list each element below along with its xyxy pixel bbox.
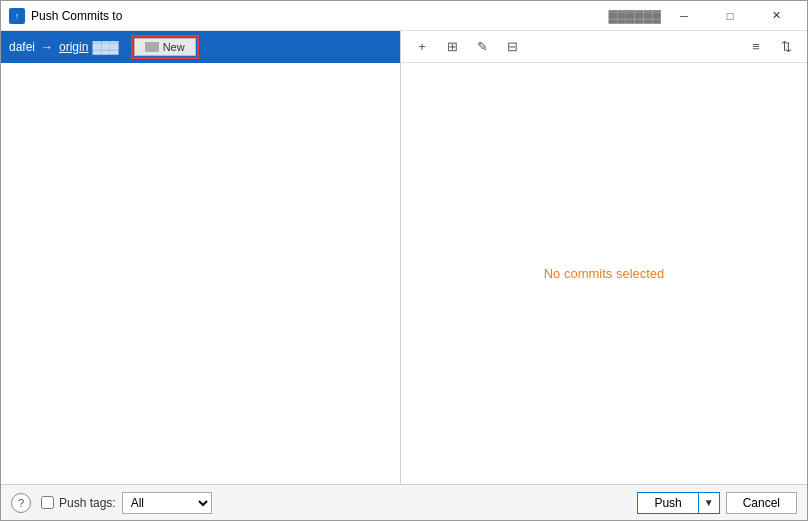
push-dropdown-button[interactable]: ▼	[699, 493, 719, 513]
cancel-button[interactable]: Cancel	[726, 492, 797, 514]
branch-name: dafei	[9, 40, 35, 54]
left-panel: dafei → origin ▓▓▓ New	[1, 31, 401, 484]
sort-button[interactable]: ⇅	[773, 36, 799, 58]
add-button[interactable]: +	[409, 36, 435, 58]
toolbar-left: + ⊞ ✎ ⊟	[409, 36, 525, 58]
grid-button[interactable]: ⊞	[439, 36, 465, 58]
title-bar: ↑ Push Commits to ▓▓▓▓▓▓ ─ □ ✕	[1, 1, 807, 31]
maximize-button[interactable]: □	[707, 1, 753, 31]
push-tags-label: Push tags:	[41, 496, 116, 510]
push-commits-dialog: ↑ Push Commits to ▓▓▓▓▓▓ ─ □ ✕ dafei → o…	[0, 0, 808, 521]
edit-button[interactable]: ✎	[469, 36, 495, 58]
close-button[interactable]: ✕	[753, 1, 799, 31]
push-tags-dropdown[interactable]: All None Annotated	[122, 492, 212, 514]
window-controls: ─ □ ✕	[661, 1, 799, 31]
save-button[interactable]: ⊟	[499, 36, 525, 58]
help-button[interactable]: ?	[11, 493, 31, 513]
right-toolbar: + ⊞ ✎ ⊟ ≡ ⇅	[401, 31, 807, 63]
toolbar-right: ≡ ⇅	[743, 36, 799, 58]
branch-arrow-icon: →	[41, 40, 53, 54]
dialog-title: Push Commits to	[31, 9, 605, 23]
push-tags-checkbox[interactable]	[41, 496, 54, 509]
branch-bar: dafei → origin ▓▓▓ New	[1, 31, 400, 63]
push-button[interactable]: Push	[638, 493, 698, 513]
bottom-bar: ? Push tags: All None Annotated Push ▼ C…	[1, 484, 807, 520]
new-branch-button[interactable]: New	[134, 38, 196, 56]
no-commits-message: No commits selected	[544, 266, 665, 281]
branch-icon	[145, 42, 159, 52]
remote-name[interactable]: origin	[59, 40, 88, 54]
commits-list[interactable]	[1, 63, 400, 484]
right-panel: + ⊞ ✎ ⊟ ≡ ⇅ No commits selected	[401, 31, 807, 484]
filter-button[interactable]: ≡	[743, 36, 769, 58]
app-icon: ↑	[9, 8, 25, 24]
push-button-container: Push ▼	[637, 492, 719, 514]
right-content: No commits selected	[401, 63, 807, 484]
content-area: dafei → origin ▓▓▓ New + ⊞	[1, 31, 807, 484]
new-button-wrapper: New	[131, 35, 199, 59]
minimize-button[interactable]: ─	[661, 1, 707, 31]
bottom-right-buttons: Push ▼ Cancel	[637, 492, 797, 514]
repo-name-in-title: ▓▓▓▓▓▓	[609, 9, 662, 23]
